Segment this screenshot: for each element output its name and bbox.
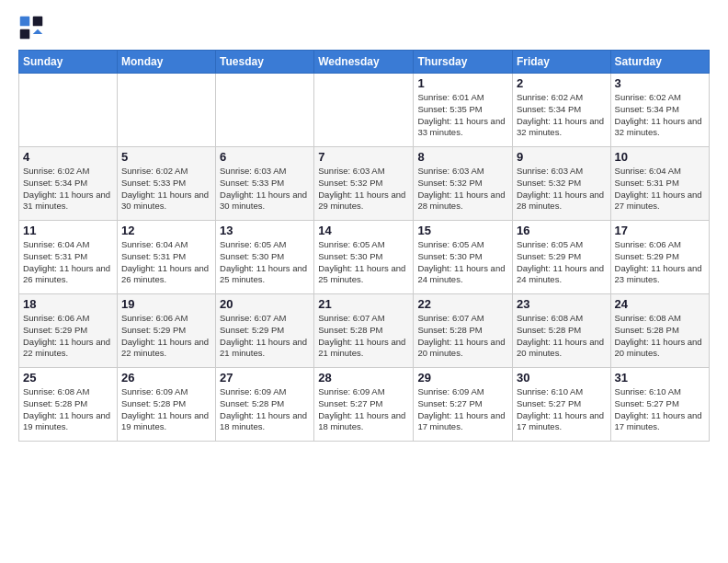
- svg-rect-0: [20, 17, 30, 27]
- day-info: Sunrise: 6:01 AM Sunset: 5:35 PM Dayligh…: [417, 92, 508, 139]
- calendar-cell: 19Sunrise: 6:06 AM Sunset: 5:29 PM Dayli…: [117, 294, 215, 368]
- calendar: SundayMondayTuesdayWednesdayThursdayFrid…: [18, 50, 710, 442]
- day-info: Sunrise: 6:07 AM Sunset: 5:28 PM Dayligh…: [417, 313, 508, 360]
- day-info: Sunrise: 6:02 AM Sunset: 5:34 PM Dayligh…: [615, 92, 705, 139]
- calendar-cell: 27Sunrise: 6:09 AM Sunset: 5:28 PM Dayli…: [216, 368, 314, 442]
- calendar-cell: 24Sunrise: 6:08 AM Sunset: 5:28 PM Dayli…: [610, 294, 709, 368]
- day-number: 26: [121, 371, 211, 385]
- calendar-cell: 15Sunrise: 6:05 AM Sunset: 5:30 PM Dayli…: [414, 221, 513, 294]
- svg-rect-1: [33, 17, 43, 27]
- day-number: 4: [23, 150, 113, 164]
- day-info: Sunrise: 6:02 AM Sunset: 5:33 PM Dayligh…: [121, 166, 211, 213]
- calendar-cell: 22Sunrise: 6:07 AM Sunset: 5:28 PM Dayli…: [414, 294, 513, 368]
- day-number: 30: [517, 371, 607, 385]
- day-number: 9: [517, 150, 607, 164]
- day-info: Sunrise: 6:06 AM Sunset: 5:29 PM Dayligh…: [23, 313, 113, 360]
- calendar-cell: 6Sunrise: 6:03 AM Sunset: 5:33 PM Daylig…: [216, 147, 314, 221]
- calendar-cell: 16Sunrise: 6:05 AM Sunset: 5:29 PM Dayli…: [512, 221, 610, 294]
- calendar-cell: [216, 74, 314, 147]
- calendar-cell: 12Sunrise: 6:04 AM Sunset: 5:31 PM Dayli…: [117, 221, 215, 294]
- day-info: Sunrise: 6:03 AM Sunset: 5:32 PM Dayligh…: [417, 166, 508, 213]
- day-number: 25: [23, 371, 113, 385]
- day-info: Sunrise: 6:06 AM Sunset: 5:29 PM Dayligh…: [615, 239, 705, 286]
- calendar-cell: 8Sunrise: 6:03 AM Sunset: 5:32 PM Daylig…: [414, 147, 513, 221]
- day-number: 31: [615, 371, 705, 385]
- day-number: 7: [318, 150, 409, 164]
- calendar-week-row: 1Sunrise: 6:01 AM Sunset: 5:35 PM Daylig…: [19, 74, 710, 147]
- day-info: Sunrise: 6:04 AM Sunset: 5:31 PM Dayligh…: [121, 239, 211, 286]
- calendar-cell: 25Sunrise: 6:08 AM Sunset: 5:28 PM Dayli…: [19, 368, 118, 442]
- page: SundayMondayTuesdayWednesdayThursdayFrid…: [0, 0, 728, 563]
- day-number: 18: [23, 297, 113, 311]
- day-number: 21: [318, 297, 409, 311]
- calendar-cell: 14Sunrise: 6:05 AM Sunset: 5:30 PM Dayli…: [314, 221, 414, 294]
- calendar-cell: 4Sunrise: 6:02 AM Sunset: 5:34 PM Daylig…: [19, 147, 118, 221]
- calendar-week-row: 25Sunrise: 6:08 AM Sunset: 5:28 PM Dayli…: [19, 368, 710, 442]
- day-number: 14: [318, 224, 409, 237]
- calendar-cell: 21Sunrise: 6:07 AM Sunset: 5:28 PM Dayli…: [314, 294, 414, 368]
- day-info: Sunrise: 6:03 AM Sunset: 5:32 PM Dayligh…: [517, 166, 607, 213]
- calendar-cell: 31Sunrise: 6:10 AM Sunset: 5:27 PM Dayli…: [610, 368, 709, 442]
- day-info: Sunrise: 6:08 AM Sunset: 5:28 PM Dayligh…: [517, 313, 607, 360]
- day-info: Sunrise: 6:05 AM Sunset: 5:30 PM Dayligh…: [318, 239, 409, 286]
- calendar-cell: 5Sunrise: 6:02 AM Sunset: 5:33 PM Daylig…: [117, 147, 215, 221]
- calendar-cell: [117, 74, 215, 147]
- day-info: Sunrise: 6:07 AM Sunset: 5:28 PM Dayligh…: [318, 313, 409, 360]
- calendar-cell: 17Sunrise: 6:06 AM Sunset: 5:29 PM Dayli…: [610, 221, 709, 294]
- day-info: Sunrise: 6:09 AM Sunset: 5:27 PM Dayligh…: [318, 386, 409, 433]
- day-info: Sunrise: 6:04 AM Sunset: 5:31 PM Dayligh…: [615, 166, 705, 213]
- day-info: Sunrise: 6:03 AM Sunset: 5:33 PM Dayligh…: [220, 166, 310, 213]
- day-info: Sunrise: 6:04 AM Sunset: 5:31 PM Dayligh…: [23, 239, 113, 286]
- day-info: Sunrise: 6:05 AM Sunset: 5:30 PM Dayligh…: [220, 239, 310, 286]
- day-number: 1: [417, 76, 508, 90]
- day-number: 28: [318, 371, 409, 385]
- day-number: 20: [220, 297, 310, 311]
- calendar-header-row: SundayMondayTuesdayWednesdayThursdayFrid…: [19, 51, 710, 74]
- day-number: 24: [615, 297, 705, 311]
- weekday-header: Sunday: [19, 51, 118, 74]
- calendar-cell: [19, 74, 118, 147]
- day-number: 8: [417, 150, 508, 164]
- day-number: 5: [121, 150, 211, 164]
- calendar-cell: 29Sunrise: 6:09 AM Sunset: 5:27 PM Dayli…: [414, 368, 513, 442]
- day-number: 10: [615, 150, 705, 164]
- calendar-week-row: 11Sunrise: 6:04 AM Sunset: 5:31 PM Dayli…: [19, 221, 710, 294]
- weekday-header: Saturday: [610, 51, 709, 74]
- calendar-cell: 23Sunrise: 6:08 AM Sunset: 5:28 PM Dayli…: [512, 294, 610, 368]
- logo: [18, 15, 48, 40]
- calendar-week-row: 18Sunrise: 6:06 AM Sunset: 5:29 PM Dayli…: [19, 294, 710, 368]
- day-number: 2: [517, 76, 607, 90]
- day-number: 27: [220, 371, 310, 385]
- calendar-cell: 28Sunrise: 6:09 AM Sunset: 5:27 PM Dayli…: [314, 368, 414, 442]
- day-number: 3: [615, 76, 705, 90]
- calendar-cell: 9Sunrise: 6:03 AM Sunset: 5:32 PM Daylig…: [512, 147, 610, 221]
- weekday-header: Thursday: [414, 51, 513, 74]
- calendar-cell: 30Sunrise: 6:10 AM Sunset: 5:27 PM Dayli…: [512, 368, 610, 442]
- logo-icon: [18, 15, 44, 40]
- day-number: 29: [417, 371, 508, 385]
- day-info: Sunrise: 6:05 AM Sunset: 5:29 PM Dayligh…: [517, 239, 607, 286]
- weekday-header: Wednesday: [314, 51, 414, 74]
- calendar-cell: 2Sunrise: 6:02 AM Sunset: 5:34 PM Daylig…: [512, 74, 610, 147]
- day-info: Sunrise: 6:08 AM Sunset: 5:28 PM Dayligh…: [615, 313, 705, 360]
- weekday-header: Monday: [117, 51, 215, 74]
- calendar-cell: [314, 74, 414, 147]
- day-number: 11: [23, 224, 113, 237]
- day-info: Sunrise: 6:07 AM Sunset: 5:29 PM Dayligh…: [220, 313, 310, 360]
- calendar-cell: 26Sunrise: 6:09 AM Sunset: 5:28 PM Dayli…: [117, 368, 215, 442]
- day-info: Sunrise: 6:02 AM Sunset: 5:34 PM Dayligh…: [23, 166, 113, 213]
- day-number: 23: [517, 297, 607, 311]
- day-number: 22: [417, 297, 508, 311]
- day-number: 12: [121, 224, 211, 237]
- day-info: Sunrise: 6:05 AM Sunset: 5:30 PM Dayligh…: [417, 239, 508, 286]
- header: [18, 15, 710, 40]
- day-number: 16: [517, 224, 607, 237]
- day-number: 15: [417, 224, 508, 237]
- calendar-cell: 13Sunrise: 6:05 AM Sunset: 5:30 PM Dayli…: [216, 221, 314, 294]
- day-number: 6: [220, 150, 310, 164]
- day-info: Sunrise: 6:02 AM Sunset: 5:34 PM Dayligh…: [517, 92, 607, 139]
- day-info: Sunrise: 6:09 AM Sunset: 5:28 PM Dayligh…: [220, 386, 310, 433]
- day-number: 19: [121, 297, 211, 311]
- svg-rect-2: [20, 29, 30, 40]
- day-info: Sunrise: 6:08 AM Sunset: 5:28 PM Dayligh…: [23, 386, 113, 433]
